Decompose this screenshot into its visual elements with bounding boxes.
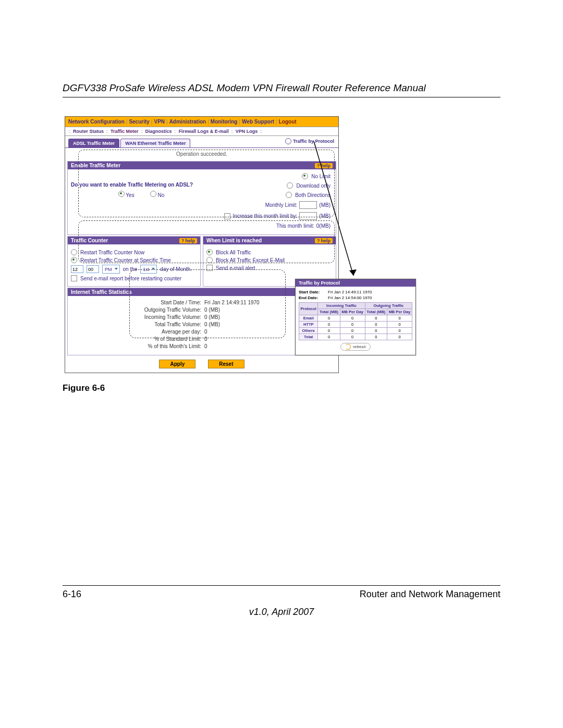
stat-label: % of Standard Limit: [71,336,204,342]
monthly-limit-input[interactable] [299,201,317,209]
enable-metering-question: Do you want to enable Traffic Metering o… [71,171,212,188]
help-link[interactable]: ?help [315,163,333,168]
col-outgoing: Outgoing Traffic [365,303,412,309]
stat-label: Total Traffic Volume: [71,322,204,327]
stat-value: Fri Jan 2 14:49:11 1970 [204,300,260,305]
figure-container: Network Configuration| Security| VPN| Ad… [63,116,500,376]
nav-item[interactable]: Monitoring [211,119,238,125]
on-the-label: on the [123,266,138,272]
col-mb-per-day: MB Per Day [340,309,365,315]
traffic-by-protocol-link[interactable]: Traffic by Protocol [285,138,334,144]
panel-enable-traffic-meter: Enable Traffic Meter ?help Do you want t… [67,161,336,235]
page-footer: 6-16 Router and Network Management [63,585,500,600]
link-label: Traffic by Protocol [293,139,334,144]
apply-button[interactable]: Apply [159,360,195,368]
tab-wan-ethernet-traffic-meter[interactable]: WAN Ethernet Traffic Meter [120,139,190,147]
radio-no-limit[interactable]: No Limit [302,173,331,179]
increase-limit-checkbox[interactable] [224,213,230,219]
start-date-label: Start Date: [299,290,328,294]
stat-value: 0 [204,336,207,342]
col-total-mb: Total (MB) [318,309,340,315]
day-suffix-label: day of Month. [160,266,192,272]
radio-download-only[interactable]: Download only [287,182,331,189]
document-title: DGFV338 ProSafe Wireless ADSL Modem VPN … [63,0,500,97]
col-incoming: Incoming Traffic [318,303,365,309]
start-date-value: Fri Jan 2 14:49:11 1970 [328,290,372,294]
stat-label: Average per day: [71,329,204,335]
monthly-limit-label: Monthly Limit: [265,202,298,208]
nav-item[interactable]: Network Configuration [68,119,125,125]
figure-caption: Figure 6-6 [63,383,500,393]
panel-title: When Limit is reached [206,238,262,243]
stat-value: 0 (MB) [204,314,220,320]
panel-title: Traffic Counter [71,238,108,243]
radio-restart-now[interactable]: Restart Traffic Counter Now [71,249,197,255]
help-link[interactable]: ?help [315,238,333,243]
stat-value: 0 [204,329,207,335]
table-row: HTTP0000 [299,322,412,328]
end-date-label: End Date: [299,295,328,300]
reset-button[interactable]: Reset [208,360,244,368]
table-row: Total0000 [299,334,412,340]
stat-value: 0 (MB) [204,307,220,313]
this-month-limit-label: This month limit: [276,223,314,229]
col-protocol: Protocol [299,303,318,315]
stat-label: Start Date / Time: [71,300,204,305]
subnav-item[interactable]: VPN Logs [236,129,258,134]
table-row: Others0000 [299,328,412,334]
popup-title: Traffic by Protocol [296,279,415,287]
subnav-item[interactable]: Firewall Logs & E-mail [179,129,229,134]
refresh-button[interactable]: refresh [340,343,371,351]
send-report-checkbox-row[interactable]: Send e-mail report before restarting cou… [71,275,197,281]
col-mb-per-day: MB Per Day [387,309,412,315]
send-alert-checkbox-row[interactable]: Send e-mail alert [206,265,333,271]
radio-no[interactable]: No [150,191,165,198]
col-total-mb: Total (MB) [365,309,387,315]
protocol-table: Protocol Incoming Traffic Outgoing Traff… [299,302,412,340]
increase-limit-label: Increase this month limit by: [232,213,297,219]
time-minute-input[interactable] [87,265,99,273]
main-nav: Network Configuration| Security| VPN| Ad… [65,117,338,127]
this-month-limit-value: 0(MB) [316,223,331,229]
radio-block-all[interactable]: Block All Traffic [206,249,333,255]
stat-value: 0 (MB) [204,322,220,327]
radio-yes[interactable]: Yes [118,191,134,198]
radio-both-directions[interactable]: Both Directions [286,192,331,198]
table-row: Email0000 [299,315,412,322]
stat-value: 0 [204,343,207,349]
ampm-select[interactable]: PM [102,265,120,274]
nav-item[interactable]: Administration [169,119,206,125]
increase-limit-input[interactable] [299,212,317,220]
nav-item[interactable]: Security [129,119,149,125]
tab-bar: ADSL Traffic Meter WAN Ethernet Traffic … [65,136,338,148]
end-date-value: Fri Jan 2 14:54:00 1970 [328,295,372,300]
stat-label: Outgoing Traffic Volume: [71,307,204,313]
circle-icon [285,138,291,144]
svg-marker-1 [349,269,357,276]
nav-item[interactable]: Web Support [242,119,274,125]
subnav-item-active[interactable]: Traffic Meter [111,129,139,134]
help-link[interactable]: ?help [179,238,197,243]
subnav-item[interactable]: Router Status [73,129,104,134]
version-footer: v1.0, April 2007 [0,607,563,618]
stat-label: % of this Month's Limit: [71,343,204,349]
sub-nav: :: Router Status:: Traffic Meter:: Diagn… [65,127,338,136]
mb-unit: (MB) [319,202,331,208]
panel-traffic-counter: Traffic Counter ?help Restart Traffic Co… [67,236,201,287]
page-number: 6-16 [63,589,81,600]
section-title: Router and Network Management [360,589,500,600]
radio-block-except-email[interactable]: Block All Traffic Except E-Mail [206,257,333,263]
refresh-icon [345,344,351,350]
panel-title: Internet Traffic Statistics [71,289,132,295]
panel-title: Enable Traffic Meter [71,163,120,168]
radio-restart-specific[interactable]: Restart Traffic Counter at Specific Time [71,257,197,263]
popup-traffic-by-protocol: Traffic by Protocol Start Date:Fri Jan 2… [295,279,416,355]
tab-adsl-traffic-meter[interactable]: ADSL Traffic Meter [68,139,119,147]
nav-logout[interactable]: Logout [279,119,297,125]
day-select[interactable]: 1st [140,265,157,274]
time-hour-input[interactable] [71,265,83,273]
stat-label: Incoming Traffic Volume: [71,314,204,320]
mb-unit: (MB) [319,213,331,219]
subnav-item[interactable]: Diagnostics [145,129,172,134]
nav-item[interactable]: VPN [154,119,165,125]
